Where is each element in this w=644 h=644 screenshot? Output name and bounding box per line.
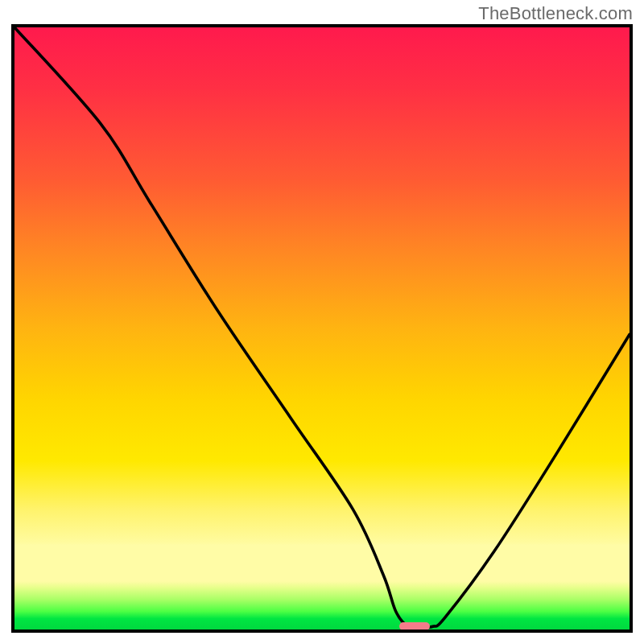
- watermark-text: TheBottleneck.com: [478, 3, 633, 24]
- optimal-range-marker: [399, 622, 430, 630]
- chart-frame: TheBottleneck.com: [0, 0, 644, 644]
- bottleneck-curve: [14, 27, 630, 630]
- plot-area: [11, 24, 633, 633]
